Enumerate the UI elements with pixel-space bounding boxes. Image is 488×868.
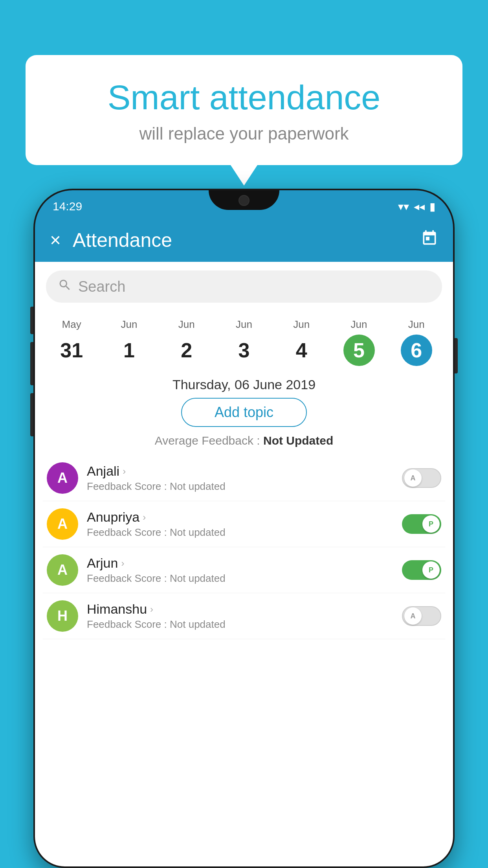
student-name: Arjun ›: [87, 555, 393, 571]
student-score: Feedback Score : Not updated: [87, 572, 393, 585]
calendar-month-label: Jun: [217, 318, 271, 331]
calendar-day[interactable]: Jun3: [215, 315, 273, 369]
calendar-month-label: Jun: [274, 318, 328, 331]
student-info: Himanshu ›Feedback Score : Not updated: [87, 601, 393, 631]
student-item[interactable]: AAnupriya ›Feedback Score : Not updatedP: [43, 501, 445, 547]
speech-bubble: Smart attendance will replace your paper…: [26, 55, 462, 165]
battery-icon: ▮: [429, 200, 435, 213]
phone-frame: 14:29 ▾▾ ◂◂ ▮ × Attendance: [33, 189, 455, 868]
add-topic-button[interactable]: Add topic: [181, 398, 307, 427]
student-info: Arjun ›Feedback Score : Not updated: [87, 555, 393, 585]
wifi-icon: ▾▾: [398, 200, 409, 213]
average-feedback: Average Feedback : Not Updated: [35, 434, 453, 447]
power-button: [455, 338, 458, 373]
calendar-date-number: 6: [401, 335, 432, 366]
student-score: Feedback Score : Not updated: [87, 480, 393, 493]
calendar-day[interactable]: Jun1: [100, 315, 158, 369]
calendar-month-label: Jun: [332, 318, 386, 331]
student-info: Anupriya ›Feedback Score : Not updated: [87, 509, 393, 539]
student-score: Feedback Score : Not updated: [87, 526, 393, 539]
app-bar: × Attendance: [35, 219, 453, 262]
feedback-value: Not Updated: [263, 434, 333, 447]
status-icons: ▾▾ ◂◂ ▮: [398, 200, 435, 213]
calendar-month-label: Jun: [160, 318, 214, 331]
selected-date-display: Thursday, 06 June 2019: [35, 377, 453, 392]
calendar-day[interactable]: Jun4: [273, 315, 330, 369]
toggle-switch[interactable]: P: [402, 560, 441, 580]
calendar-day[interactable]: Jun2: [158, 315, 215, 369]
status-time: 14:29: [53, 200, 82, 213]
calendar-day[interactable]: Jun5: [330, 315, 387, 369]
chevron-icon: ›: [123, 466, 126, 477]
student-avatar: A: [47, 462, 78, 494]
student-avatar: A: [47, 554, 78, 586]
calendar-date-number: 1: [113, 335, 145, 366]
attendance-toggle[interactable]: P: [402, 560, 441, 580]
feedback-label-text: Average Feedback :: [155, 434, 263, 447]
student-item[interactable]: AArjun ›Feedback Score : Not updatedP: [43, 547, 445, 593]
toggle-thumb: P: [422, 515, 440, 533]
calendar-month-label: Jun: [102, 318, 156, 331]
volume-up-button: [30, 307, 33, 334]
calendar-strip: May31Jun1Jun2Jun3Jun4Jun5Jun6: [35, 311, 453, 369]
student-name: Himanshu ›: [87, 601, 393, 617]
student-list: AAnjali ›Feedback Score : Not updatedAAA…: [35, 455, 453, 639]
search-input-placeholder: Search: [78, 278, 125, 295]
chevron-icon: ›: [150, 604, 153, 615]
camera: [238, 195, 250, 206]
student-name: Anjali ›: [87, 463, 393, 479]
search-bar[interactable]: Search: [46, 270, 442, 303]
student-score: Feedback Score : Not updated: [87, 618, 393, 631]
volume-down-button: [30, 342, 33, 385]
student-info: Anjali ›Feedback Score : Not updated: [87, 463, 393, 493]
toggle-switch[interactable]: A: [402, 606, 441, 626]
close-button[interactable]: ×: [50, 231, 61, 250]
toggle-thumb: A: [404, 469, 422, 487]
attendance-toggle[interactable]: A: [402, 468, 441, 488]
toggle-thumb: P: [422, 561, 440, 579]
student-item[interactable]: HHimanshu ›Feedback Score : Not updatedA: [43, 593, 445, 639]
toggle-switch[interactable]: P: [402, 514, 441, 534]
screen-content: Search May31Jun1Jun2Jun3Jun4Jun5Jun6 Thu…: [35, 262, 453, 866]
toggle-switch[interactable]: A: [402, 468, 441, 488]
calendar-date-number: 3: [228, 335, 260, 366]
chevron-icon: ›: [121, 558, 124, 569]
student-name: Anupriya ›: [87, 509, 393, 525]
student-avatar: A: [47, 508, 78, 540]
calendar-date-number: 2: [171, 335, 202, 366]
calendar-day[interactable]: Jun6: [388, 315, 445, 369]
calendar-date-number: 4: [286, 335, 317, 366]
calendar-date-number: 31: [56, 335, 87, 366]
silent-button: [30, 393, 33, 436]
toggle-thumb: A: [404, 607, 422, 625]
chevron-icon: ›: [143, 512, 146, 523]
phone-notch: [209, 190, 279, 210]
bubble-subtitle: will replace your paperwork: [49, 124, 439, 143]
student-avatar: H: [47, 600, 78, 632]
calendar-date-number: 5: [343, 335, 375, 366]
app-title: Attendance: [73, 229, 409, 252]
search-icon: [58, 278, 72, 296]
calendar-button[interactable]: [421, 230, 438, 251]
calendar-month-label: Jun: [389, 318, 444, 331]
student-item[interactable]: AAnjali ›Feedback Score : Not updatedA: [43, 455, 445, 501]
signal-icon: ◂◂: [414, 200, 425, 213]
attendance-toggle[interactable]: P: [402, 514, 441, 534]
attendance-toggle[interactable]: A: [402, 606, 441, 626]
calendar-day[interactable]: May31: [43, 315, 100, 369]
calendar-month-label: May: [44, 318, 99, 331]
bubble-title: Smart attendance: [49, 79, 439, 117]
